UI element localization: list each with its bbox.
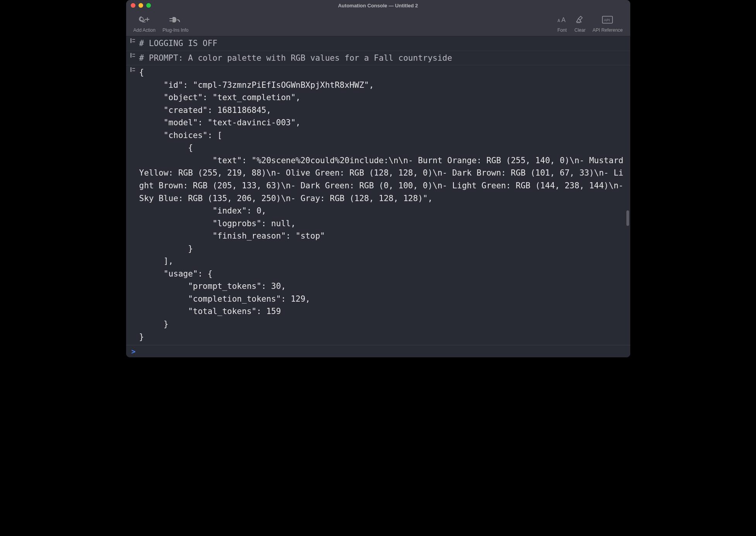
- plugins-info-label: Plug-Ins Info: [162, 27, 188, 33]
- clear-label: Clear: [575, 27, 586, 33]
- svg-text:A: A: [561, 17, 566, 23]
- svg-rect-7: [130, 53, 132, 58]
- svg-rect-5: [132, 39, 135, 40]
- svg-rect-6: [132, 41, 135, 42]
- console-output[interactable]: # LOGGING IS OFF # PROMPT: A color palet…: [126, 36, 630, 345]
- font-button[interactable]: A A Font: [553, 12, 571, 35]
- zoom-window-button[interactable]: [146, 3, 151, 8]
- svg-rect-9: [132, 56, 135, 57]
- add-action-label: Add Action: [133, 27, 156, 33]
- font-label: Font: [558, 27, 567, 33]
- console-text: # LOGGING IS OFF: [139, 36, 630, 51]
- font-size-icon: A A: [557, 14, 568, 25]
- app-window: Automation Console — Untitled 2 Add Acti…: [126, 0, 630, 357]
- clear-button[interactable]: Clear: [571, 12, 589, 35]
- api-icon: API: [602, 14, 613, 25]
- api-reference-button[interactable]: API API Reference: [589, 12, 626, 35]
- svg-rect-11: [132, 68, 135, 69]
- close-window-button[interactable]: [131, 3, 135, 8]
- console-area: # LOGGING IS OFF # PROMPT: A color palet…: [126, 36, 630, 357]
- broom-icon: [575, 14, 585, 25]
- console-text: { "id": "cmpl-73zmnzPiEfIsOGWnBXpjXhtR8x…: [139, 65, 630, 344]
- titlebar: Automation Console — Untitled 2: [126, 0, 630, 11]
- svg-text:A: A: [558, 19, 560, 23]
- plugins-info-button[interactable]: Plug-Ins Info: [159, 12, 192, 35]
- svg-rect-4: [130, 38, 132, 43]
- console-text: # PROMPT: A color palette with RGB value…: [139, 51, 630, 65]
- prompt-caret: >: [132, 347, 136, 355]
- svg-rect-10: [130, 67, 132, 72]
- toolbar: Add Action Plug-Ins Info A A Font: [126, 11, 630, 36]
- add-action-button[interactable]: Add Action: [130, 12, 159, 35]
- svg-rect-12: [132, 70, 135, 71]
- minimize-window-button[interactable]: [139, 3, 143, 8]
- line-marker-icon: [126, 36, 139, 43]
- plug-icon: [168, 14, 183, 25]
- svg-text:API: API: [604, 18, 610, 22]
- line-marker-icon: [126, 65, 139, 72]
- svg-rect-8: [132, 54, 135, 55]
- add-action-icon: [139, 14, 150, 25]
- prompt-row: >: [126, 345, 630, 357]
- api-reference-label: API Reference: [592, 27, 623, 33]
- console-line: # PROMPT: A color palette with RGB value…: [126, 51, 630, 66]
- line-marker-icon: [126, 51, 139, 58]
- window-controls: [126, 3, 151, 8]
- window-title: Automation Console — Untitled 2: [126, 3, 630, 9]
- console-line: # LOGGING IS OFF: [126, 36, 630, 51]
- console-line: { "id": "cmpl-73zmnzPiEfIsOGWnBXpjXhtR8x…: [126, 65, 630, 344]
- scrollbar-thumb[interactable]: [626, 210, 629, 226]
- prompt-input[interactable]: [139, 347, 630, 355]
